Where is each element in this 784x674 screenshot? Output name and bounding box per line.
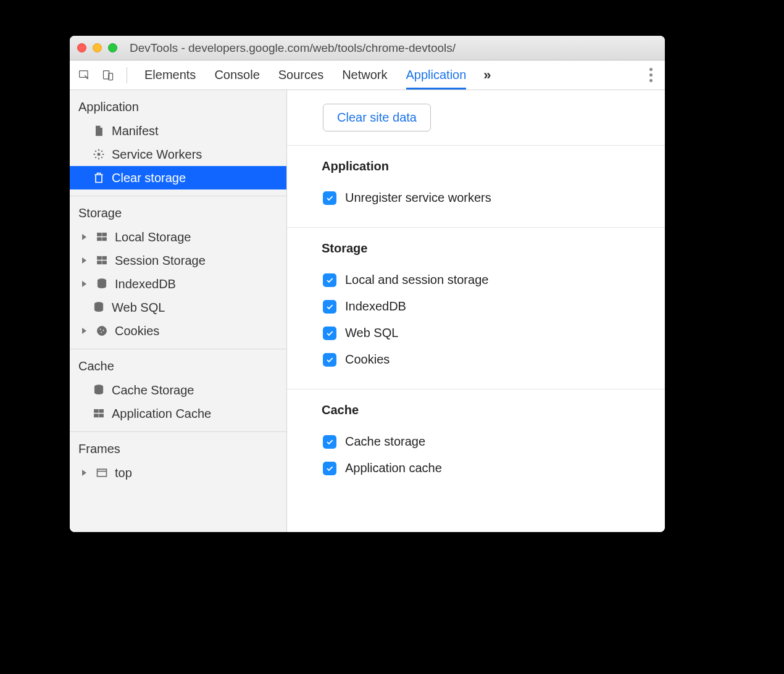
- svg-rect-4: [98, 233, 102, 236]
- sidebar-item-session-storage[interactable]: Session Storage: [70, 249, 286, 272]
- svg-point-16: [102, 330, 104, 331]
- svg-point-17: [101, 331, 102, 333]
- cookie-icon: [95, 324, 109, 338]
- sidebar-item-label: Clear storage: [112, 171, 186, 185]
- checkbox-label: Web SQL: [345, 326, 398, 340]
- application-options-section: Application Unregister service workers: [287, 146, 665, 228]
- checkbox-icon: [323, 300, 336, 314]
- storage-options-section: Storage Local and session storage Indexe…: [287, 228, 665, 389]
- toolbar-divider: [127, 67, 127, 83]
- sidebar-item-indexeddb[interactable]: IndexedDB: [70, 272, 286, 296]
- checkbox-label: Cache storage: [345, 435, 425, 449]
- checkbox-cookies[interactable]: Cookies: [323, 346, 646, 373]
- tab-application[interactable]: Application: [406, 60, 467, 89]
- trash-icon: [92, 171, 106, 185]
- tab-console[interactable]: Console: [214, 60, 259, 89]
- sidebar-item-top-frame[interactable]: top: [70, 461, 286, 485]
- checkbox-icon: [323, 273, 336, 287]
- checkbox-indexeddb[interactable]: IndexedDB: [323, 293, 646, 320]
- sidebar-group-storage: Storage Local Storage Session Storage: [70, 196, 286, 349]
- zoom-window-button[interactable]: [108, 43, 117, 52]
- sidebar-item-label: Cache Storage: [112, 383, 194, 397]
- checkbox-icon: [323, 353, 336, 367]
- section-heading: Application: [322, 159, 646, 173]
- checkbox-local-session-storage[interactable]: Local and session storage: [323, 267, 646, 293]
- sidebar-item-label: Manifest: [112, 124, 159, 138]
- svg-rect-0: [80, 70, 88, 77]
- sidebar-item-service-workers[interactable]: Service Workers: [70, 143, 286, 166]
- sidebar-heading: Cache: [70, 354, 286, 378]
- sidebar-item-label: Cookies: [115, 324, 159, 338]
- sidebar-item-local-storage[interactable]: Local Storage: [70, 225, 286, 249]
- checkbox-icon: [323, 327, 336, 340]
- checkbox-label: IndexedDB: [345, 299, 406, 314]
- svg-rect-7: [102, 238, 107, 241]
- checkbox-web-sql[interactable]: Web SQL: [323, 320, 646, 346]
- checkbox-unregister-service-workers[interactable]: Unregister service workers: [323, 185, 646, 211]
- section-heading: Storage: [322, 241, 646, 256]
- titlebar: DevTools - developers.google.com/web/too…: [70, 36, 665, 60]
- svg-rect-10: [98, 261, 102, 264]
- inspect-element-icon[interactable]: [75, 65, 94, 85]
- checkbox-cache-storage[interactable]: Cache storage: [323, 428, 646, 455]
- sidebar-item-clear-storage[interactable]: Clear storage: [70, 166, 286, 189]
- tab-elements[interactable]: Elements: [144, 60, 196, 89]
- svg-rect-6: [98, 238, 102, 241]
- svg-rect-19: [94, 409, 99, 412]
- minimize-window-button[interactable]: [93, 43, 102, 52]
- svg-point-15: [99, 328, 101, 330]
- clear-action-section: Clear site data: [287, 90, 665, 146]
- gear-icon: [92, 148, 106, 161]
- database-icon: [92, 383, 106, 397]
- sidebar-heading: Application: [70, 95, 286, 119]
- expand-arrow-icon: [82, 328, 86, 334]
- sidebar-group-application: Application Manifest Service Workers: [70, 90, 286, 196]
- checkbox-icon: [323, 191, 336, 205]
- sidebar-item-application-cache[interactable]: Application Cache: [70, 402, 286, 425]
- grid-icon: [95, 230, 109, 244]
- svg-rect-5: [102, 233, 107, 236]
- frame-icon: [95, 466, 109, 480]
- expand-arrow-icon: [82, 281, 86, 287]
- checkbox-icon: [323, 462, 336, 475]
- sidebar-heading: Frames: [70, 437, 286, 461]
- checkbox-application-cache[interactable]: Application cache: [323, 455, 646, 481]
- sidebar-item-cookies[interactable]: Cookies: [70, 319, 286, 343]
- tab-sources[interactable]: Sources: [278, 60, 323, 89]
- clear-site-data-button[interactable]: Clear site data: [323, 104, 431, 131]
- checkbox-label: Local and session storage: [345, 273, 488, 287]
- svg-rect-21: [94, 414, 99, 417]
- tabs-overflow-icon[interactable]: »: [483, 67, 491, 83]
- sidebar-group-frames: Frames top: [70, 432, 286, 491]
- clear-storage-panel: Clear site data Application Unregister s…: [287, 90, 665, 532]
- svg-rect-8: [98, 256, 102, 259]
- tab-network[interactable]: Network: [342, 60, 387, 89]
- svg-rect-9: [102, 256, 107, 259]
- checkbox-label: Unregister service workers: [345, 191, 491, 205]
- sidebar-item-label: Local Storage: [115, 230, 191, 244]
- checkbox-label: Cookies: [345, 352, 390, 367]
- window-title: DevTools - developers.google.com/web/too…: [130, 41, 456, 55]
- svg-rect-20: [99, 409, 104, 412]
- cache-options-section: Cache Cache storage Application cache: [287, 389, 665, 497]
- checkbox-icon: [323, 435, 336, 449]
- grid-icon: [95, 254, 109, 267]
- svg-rect-23: [98, 469, 107, 476]
- settings-menu-icon[interactable]: [642, 68, 660, 82]
- expand-arrow-icon: [82, 257, 86, 264]
- sidebar-group-cache: Cache Cache Storage Application Cache: [70, 349, 286, 432]
- devtools-window: DevTools - developers.google.com/web/too…: [70, 36, 665, 532]
- device-toolbar-icon[interactable]: [98, 65, 118, 85]
- sidebar-item-label: Service Workers: [112, 148, 202, 162]
- sidebar-item-web-sql[interactable]: Web SQL: [70, 296, 286, 319]
- sidebar-item-label: Web SQL: [112, 301, 165, 315]
- close-window-button[interactable]: [77, 43, 86, 52]
- panel-tabs: Elements Console Sources Network Applica…: [144, 60, 466, 89]
- checkbox-label: Application cache: [345, 461, 442, 475]
- sidebar-item-manifest[interactable]: Manifest: [70, 119, 286, 143]
- devtools-toolbar: Elements Console Sources Network Applica…: [70, 60, 665, 90]
- svg-point-14: [98, 327, 107, 336]
- sidebar-heading: Storage: [70, 201, 286, 225]
- panel-body: Application Manifest Service Workers: [70, 90, 665, 532]
- sidebar-item-cache-storage[interactable]: Cache Storage: [70, 378, 286, 402]
